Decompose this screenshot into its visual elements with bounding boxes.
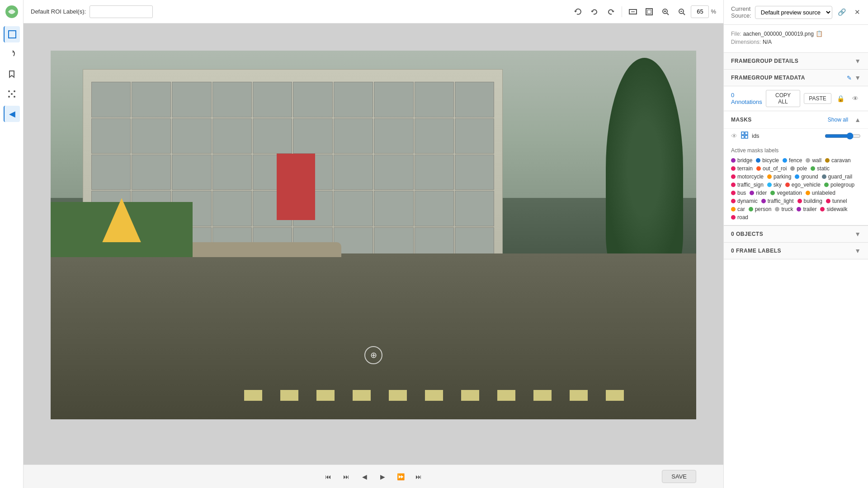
label-dot-parking — [767, 174, 772, 179]
roi-label-input[interactable] — [90, 5, 153, 18]
canvas-area[interactable]: ⊕ — [24, 23, 723, 465]
label-text-traffic_sign: traffic_sign — [737, 182, 764, 188]
zoom-out-btn[interactable] — [675, 5, 689, 19]
label-item-truck: truck — [775, 206, 793, 212]
mask-eye-btn[interactable]: 👁 — [731, 132, 737, 140]
street-image: ⊕ — [51, 51, 696, 419]
next-section-btn[interactable]: ⏩ — [393, 469, 408, 484]
metadata-edit-btn[interactable]: ✎ — [847, 75, 852, 81]
redo-btn[interactable] — [604, 5, 618, 19]
svg-rect-21 — [745, 136, 748, 138]
reset-btn[interactable] — [571, 5, 585, 19]
label-text-guard_rail: guard_rail — [828, 174, 852, 180]
objects-header[interactable]: 0 OBJECTS ▼ — [724, 226, 868, 242]
frame-labels-title: 0 FRAME LABELS — [731, 248, 781, 254]
labels-grid: bridgebicyclefencewallcaravanterrainout_… — [731, 157, 861, 221]
masks-title: MASKS — [731, 117, 752, 123]
label-dot-sidewalk — [820, 207, 825, 211]
label-dot-bicycle — [756, 158, 760, 163]
panel-header-icons: 🔗 ✕ — [836, 6, 864, 19]
points-tool[interactable] — [4, 86, 20, 102]
label-text-person: person — [755, 206, 772, 212]
label-item-ground: ground — [795, 174, 818, 180]
label-text-ground: ground — [801, 174, 818, 180]
label-text-sky: sky — [774, 182, 782, 188]
label-dot-static — [811, 166, 815, 171]
label-dot-building — [797, 199, 802, 203]
label-text-sidewalk: sidewalk — [826, 206, 847, 212]
label-item-rider: rider — [750, 190, 767, 196]
label-dot-tunnel — [826, 199, 830, 203]
svg-point-6 — [14, 96, 15, 98]
label-dot-guard_rail — [822, 174, 826, 179]
last-frame-btn[interactable]: ⏭ — [411, 469, 426, 484]
label-dot-unlabeled — [806, 191, 810, 195]
file-copy-btn[interactable]: 📋 — [816, 30, 823, 37]
svg-line-14 — [667, 13, 669, 15]
save-button[interactable]: SAVE — [662, 470, 696, 483]
zoom-input[interactable]: 65 — [691, 5, 709, 18]
next-frame-btn[interactable]: ▶ — [375, 469, 390, 484]
compass-indicator: ⊕ — [364, 346, 382, 364]
label-dot-fence — [783, 158, 787, 163]
masks-chevron: ▲ — [854, 116, 861, 123]
framegroup-metadata-chevron: ▼ — [854, 74, 861, 81]
label-text-polegroup: polegroup — [830, 182, 854, 188]
dimensions-label: Dimensions: — [731, 39, 761, 45]
label-dot-rider — [750, 191, 754, 195]
mask-opacity-slider[interactable] — [825, 132, 861, 140]
label-dot-truck — [775, 207, 779, 211]
select-tool[interactable] — [4, 26, 20, 42]
bookmark-tool[interactable] — [4, 66, 20, 82]
roi-label-text: Default ROI Label(s): — [31, 8, 86, 15]
label-item-tunnel: tunnel — [826, 198, 847, 204]
label-item-caravan: caravan — [825, 157, 851, 164]
label-text-bridge: bridge — [737, 157, 752, 164]
label-text-road: road — [737, 214, 748, 221]
framegroup-metadata-section[interactable]: FRAMEGROUP METADATA ✎ ▼ — [724, 70, 868, 86]
visibility-icon-btn[interactable]: 👁 — [849, 93, 861, 104]
frame-labels-header[interactable]: 0 FRAME LABELS ▼ — [724, 243, 868, 259]
dimensions-value: N/A — [763, 39, 772, 45]
main-content: Default ROI Label(s): — [24, 0, 723, 488]
label-dot-bus — [731, 191, 736, 195]
mask-grid-btn[interactable] — [741, 131, 748, 140]
label-item-guard_rail: guard_rail — [822, 174, 852, 180]
label-text-trailer: trailer — [803, 206, 816, 212]
lock-icon-btn[interactable]: 🔒 — [835, 93, 846, 104]
link-icon-btn[interactable]: 🔗 — [836, 6, 849, 19]
label-dot-ground — [795, 174, 799, 179]
framegroup-details-section[interactable]: FRAMEGROUP DETAILS ▼ — [724, 53, 868, 70]
zoom-in-btn[interactable] — [658, 5, 673, 19]
fit-width-btn[interactable] — [626, 5, 640, 19]
label-text-bus: bus — [737, 190, 746, 196]
label-item-static: static — [811, 165, 830, 172]
close-icon-btn[interactable]: ✕ — [851, 6, 864, 19]
first-frame-btn[interactable]: ⏮ — [321, 469, 335, 484]
paste-btn[interactable]: PASTE — [804, 93, 831, 104]
app-logo — [5, 5, 19, 19]
undo-btn[interactable] — [587, 5, 602, 19]
framegroup-details-title: FRAMEGROUP DETAILS — [731, 58, 798, 64]
svg-line-17 — [683, 13, 685, 15]
prev-frame-btn[interactable]: ◀ — [357, 469, 372, 484]
label-text-terrain: terrain — [737, 165, 753, 172]
active-indicator[interactable]: ◀ — [4, 106, 20, 122]
objects-title: 0 OBJECTS — [731, 231, 763, 237]
svg-point-4 — [14, 90, 15, 92]
svg-rect-20 — [741, 136, 744, 138]
label-dot-traffic_light — [761, 199, 766, 203]
source-select[interactable]: Default preview source — [755, 6, 832, 19]
show-all-link[interactable]: Show all — [824, 115, 852, 125]
masks-header[interactable]: MASKS Show all ▲ — [724, 111, 868, 128]
active-masks-title: Active masks labels — [731, 147, 861, 154]
label-text-traffic_light: traffic_light — [768, 198, 794, 204]
label-dot-vegetation — [770, 191, 775, 195]
label-dot-terrain — [731, 166, 736, 171]
copy-all-btn[interactable]: COPY ALL — [766, 90, 801, 107]
rotate-tool[interactable] — [4, 46, 20, 62]
fit-screen-btn[interactable] — [642, 5, 656, 19]
prev-section-btn[interactable]: ⏭ — [339, 469, 354, 484]
label-item-wall: wall — [806, 157, 821, 164]
svg-point-5 — [8, 96, 10, 98]
